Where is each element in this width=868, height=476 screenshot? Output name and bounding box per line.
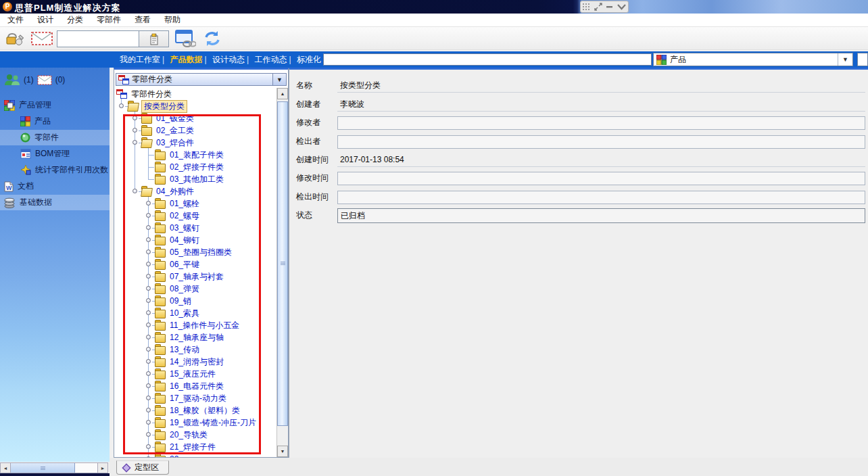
tab-product-data[interactable]: 产品数据 [168, 55, 203, 64]
scrollbar-track[interactable] [75, 463, 97, 473]
tree-expander-icon[interactable] [146, 225, 151, 230]
tree-node[interactable]: 03_螺钉 [114, 222, 276, 234]
tree-expander-icon[interactable] [146, 213, 151, 218]
tree-expander-icon[interactable] [146, 347, 151, 352]
sidebar-item-base-data[interactable]: 基础数据 [0, 195, 110, 210]
tree-expander-icon[interactable] [119, 103, 124, 108]
scroll-left-button[interactable]: ◄ [1, 463, 11, 473]
tab-my-workspace[interactable]: 我的工作室 [118, 55, 162, 64]
tree-node[interactable]: 04_铆钉 [114, 234, 276, 246]
modify-time-field[interactable] [337, 172, 865, 185]
quick-search-input[interactable] [323, 53, 652, 66]
menu-help[interactable]: 帮助 [162, 14, 183, 26]
tree-expander-icon[interactable] [146, 298, 151, 303]
object-type-dropdown[interactable]: 产品 ▼ [653, 53, 853, 66]
tree-node[interactable]: 02_金工类 [114, 124, 276, 137]
tree-node[interactable]: 01_装配子件类 [114, 149, 276, 161]
tree-expander-icon[interactable] [132, 128, 137, 133]
tree-node[interactable]: 01_螺栓 [114, 197, 276, 210]
scroll-up-button[interactable]: ▲ [277, 88, 288, 99]
modifier-field[interactable] [337, 116, 865, 130]
tree-node[interactable]: 15_液压元件 [114, 368, 276, 380]
tree-expander-icon[interactable] [132, 189, 137, 193]
tree-node[interactable]: 16_电器元件类 [114, 380, 276, 392]
tree-expander-icon[interactable] [146, 432, 151, 437]
scrollbar-thumb[interactable] [11, 463, 75, 473]
collapse-icon[interactable] [617, 3, 626, 10]
dropdown-arrow-button[interactable]: ▼ [838, 53, 852, 66]
tab-design-activity[interactable]: 设计动态 [211, 55, 246, 64]
tree-node[interactable]: 12_轴承座与轴 [114, 331, 276, 343]
sidebar-item-part-usage-stats[interactable]: 统计零部件引用次数 [0, 162, 110, 178]
tree-vertical-scrollbar[interactable]: ▲ ▼ [276, 88, 288, 457]
minimize-icon[interactable] [606, 3, 613, 10]
tree-expander-icon[interactable] [146, 396, 151, 400]
scroll-down-button[interactable]: ▼ [277, 446, 288, 457]
tree-node[interactable]: 20_导轨类 [114, 429, 276, 441]
refresh-icon[interactable] [200, 29, 224, 48]
name-field[interactable]: 按类型分类 [337, 79, 865, 93]
tree-node[interactable]: 03_其他加工类 [114, 173, 276, 185]
tree-node[interactable]: 17_驱动-动力类 [114, 392, 276, 404]
tree-expander-icon[interactable] [146, 420, 151, 425]
tree-expander-icon[interactable] [146, 310, 151, 315]
tree-expander-icon[interactable] [132, 140, 137, 145]
tree-node[interactable]: 02_螺母 [114, 210, 276, 222]
tree-node[interactable]: 18_橡胶（塑料）类 [114, 404, 276, 416]
mail-icon[interactable] [30, 29, 54, 48]
tree-node[interactable]: 01_钣金类 [114, 112, 276, 124]
tree-node[interactable]: 21_焊接子件 [114, 441, 276, 453]
tree-node[interactable]: 14_润滑与密封 [114, 356, 276, 368]
tree-node[interactable]: 03_焊合件 [114, 137, 276, 149]
tree-node[interactable]: 02_焊接子件类 [114, 161, 276, 173]
tree-node[interactable]: 04_外购件 [114, 185, 276, 197]
grid-icon[interactable] [583, 3, 590, 11]
tree-node[interactable]: 08_弹簧 [114, 283, 276, 295]
create-time-field[interactable]: 2017-01-13 08:54 [337, 153, 865, 167]
mail-icon[interactable] [37, 75, 52, 85]
tree-expander-icon[interactable] [146, 456, 151, 457]
tree-expander-icon[interactable] [146, 237, 151, 242]
tree-expander-icon[interactable] [146, 444, 151, 449]
category-selector-combobox[interactable]: 零部件分类 ▼ [116, 73, 287, 86]
menu-design[interactable]: 设计 [35, 14, 55, 26]
tree-node[interactable]: 19_锻造-铸造-冲压-刀片 [114, 416, 276, 429]
tree-expander-icon[interactable] [146, 262, 151, 266]
tree-expander-icon[interactable] [146, 323, 151, 327]
creator-field[interactable]: 李晓波 [337, 98, 865, 112]
status-field[interactable]: 已归档 [337, 208, 865, 223]
tree-node[interactable]: 13_传动 [114, 343, 276, 356]
tree-node[interactable]: 10_索具 [114, 307, 276, 319]
tree-node-partial[interactable]: 22_ [114, 453, 276, 457]
tree-expander-icon[interactable] [146, 201, 151, 206]
tree-expander-icon[interactable] [132, 116, 137, 120]
checkout-time-field[interactable] [337, 191, 865, 204]
tree-expander-icon[interactable] [146, 359, 151, 364]
tab-finalized-zone[interactable]: 定型区 [116, 460, 169, 475]
tree-expander-icon[interactable] [146, 383, 151, 388]
tree-node[interactable]: 06_平键 [114, 258, 276, 270]
checkout-user-field[interactable] [337, 135, 865, 149]
menu-file[interactable]: 文件 [5, 14, 26, 26]
sidebar-item-part[interactable]: 零部件 [0, 130, 110, 145]
sidebar-horizontal-scrollbar[interactable]: ◄ ► [0, 462, 108, 473]
tree-expander-icon[interactable] [146, 286, 151, 291]
tree-node[interactable]: 07_轴承与衬套 [114, 270, 276, 283]
scrollbar-thumb[interactable] [277, 101, 288, 426]
tree-node[interactable]: 05_垫圈与挡圈类 [114, 246, 276, 258]
tree-root[interactable]: 零部件分类 [114, 88, 276, 100]
menu-view[interactable]: 查看 [132, 14, 153, 26]
menu-part[interactable]: 零部件 [95, 14, 123, 26]
toolbar-search-input[interactable] [57, 31, 139, 47]
link-window-icon[interactable] [173, 29, 197, 48]
sidebar-item-bom-management[interactable]: BOM管理 [0, 146, 110, 162]
lock-key-icon[interactable] [3, 29, 27, 48]
tree-expander-icon[interactable] [146, 249, 151, 254]
scroll-right-button[interactable]: ► [97, 463, 107, 473]
tree-expander-icon[interactable] [146, 335, 151, 339]
tab-work-activity[interactable]: 工作动态 [253, 55, 288, 64]
combo-arrow-button[interactable]: ▼ [272, 74, 286, 85]
sidebar-item-product-management[interactable]: 产品管理 [0, 97, 110, 113]
tree-node[interactable]: 11_操作件与小五金 [114, 319, 276, 331]
search-button[interactable] [139, 31, 168, 47]
